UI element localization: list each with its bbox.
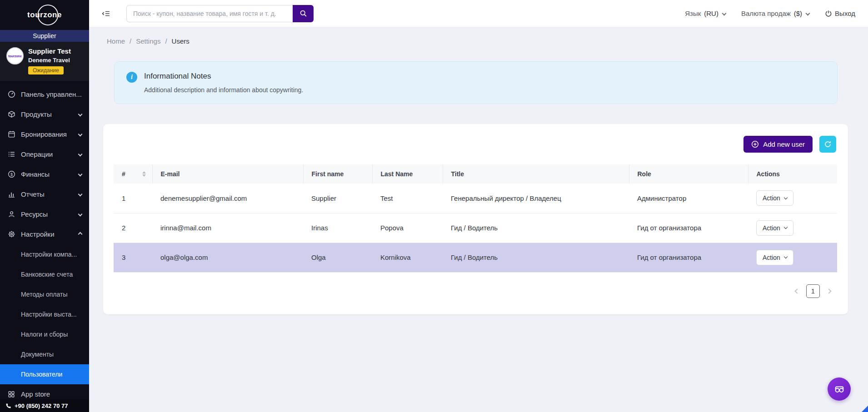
users-card-actions: Add new user [114,136,836,153]
panel-type-label: Supplier [0,30,89,42]
add-user-button[interactable]: Add new user [743,136,813,153]
sidebar-item-users[interactable]: Пользователи [0,364,89,384]
row-action-button[interactable]: Action [756,190,793,206]
page-content: Home / Settings / Users i Informational … [103,27,848,412]
search-icon [299,10,307,17]
chevron-down-icon [806,11,810,16]
status-badge: Ожидание [28,66,64,74]
cell-title: Гид / Водитель [443,213,629,243]
sidebar-collapse-button[interactable] [100,8,112,20]
column-header-email[interactable]: E-mail [152,164,303,184]
search-input[interactable] [126,5,293,22]
currency-value: ($) [794,10,802,17]
chevron-down-icon [78,112,83,117]
row-action-button[interactable]: Action [756,250,793,265]
sidebar-item-payment-methods[interactable]: Методы оплаты [0,284,89,304]
currency-label: Валюта продаж [741,10,791,17]
cell-index: 3 [114,243,152,272]
chevron-down-icon [784,196,788,199]
cell-email: olga@olga.com [152,243,303,272]
column-header-title[interactable]: Title [443,164,629,184]
support-goggles-icon [833,383,845,395]
column-header-role[interactable]: Role [629,164,748,184]
chevron-down-icon [784,225,788,229]
sidebar-item-taxes-fees[interactable]: Налоги и сборы [0,324,89,344]
pagination-next-icon[interactable] [827,289,831,293]
sidebar-item-bank-accounts[interactable]: Банковские счета [0,264,89,284]
cell-title: Генеральный директор / Владелец [443,184,629,213]
chevron-down-icon [78,172,83,177]
breadcrumb-separator: / [130,37,131,45]
column-header-last-name[interactable]: Last Name [372,164,443,184]
breadcrumb: Home / Settings / Users [103,37,848,45]
chevron-down-icon [78,152,83,157]
breadcrumb-home[interactable]: Home [107,37,125,45]
sidebar-item-documents[interactable]: Документы [0,344,89,364]
chevron-down-icon [78,132,83,137]
column-header-first-name[interactable]: First name [303,164,372,184]
cell-email: irinna@mail.com [152,213,303,243]
sidebar-item-bookings[interactable]: Бронирования [0,124,89,144]
cell-index: 2 [114,213,152,243]
reports-icon [7,190,15,199]
info-note-description: Additional description and information a… [144,86,303,94]
chevron-down-icon [784,255,788,258]
currency-selector[interactable]: Валюта продаж ($) [741,10,809,17]
table-row[interactable]: 1 denemesupplier@gmail.com Supplier Test… [114,184,837,213]
users-card: Add new user # [103,124,848,314]
circle-plus-icon [751,140,759,148]
sidebar: tourzone Supplier tourzone Supplier Test… [0,0,89,412]
cell-title: Гид / Водитель [443,243,629,272]
logout-button[interactable]: Выход [825,10,855,17]
sidebar-item-dashboard[interactable]: Панель управлен... [0,84,89,104]
table-header-row: # E-mail First name Last Name Title Role… [114,164,837,184]
breadcrumb-separator: / [165,37,167,45]
sidebar-item-settings[interactable]: Настройки [0,224,89,244]
breadcrumb-settings[interactable]: Settings [136,37,160,45]
sort-icon[interactable] [142,171,146,177]
svg-text:$: $ [10,172,12,177]
chevron-down-icon [78,192,83,197]
cell-last-name: Popova [372,213,443,243]
column-header-index[interactable]: # [114,164,152,184]
sidebar-item-company-settings[interactable]: Настройки компа... [0,244,89,264]
sidebar-item-app-store[interactable]: App store [0,384,89,399]
sidebar-item-reports[interactable]: Отчеты [0,184,89,204]
profile-section[interactable]: tourzone Supplier Test Deneme Travel Ожи… [0,42,89,81]
phone-icon [5,403,11,409]
sidebar-item-finance[interactable]: $ Финансы [0,164,89,184]
cell-last-name: Test [372,184,443,213]
sidebar-item-resources[interactable]: Ресурсы [0,204,89,224]
chevron-down-icon [722,11,726,16]
support-phone[interactable]: +90 (850) 242 70 77 [0,399,89,412]
breadcrumb-users: Users [172,37,190,45]
profile-name: Supplier Test [28,47,71,56]
refresh-button[interactable] [819,136,836,153]
support-widget-button[interactable] [828,377,851,401]
row-action-button[interactable]: Action [756,220,793,236]
operations-icon [7,150,15,159]
main-area: Язык (RU) Валюта продаж ($) Выход Home /… [89,0,868,412]
sidebar-item-invoice-settings[interactable]: Настройки выста... [0,304,89,324]
users-table: # E-mail First name Last Name Title Role… [114,164,837,273]
avatar: tourzone [6,47,24,65]
global-search [126,5,314,22]
products-icon [7,110,15,119]
bookings-icon [7,130,15,139]
pagination-page-1[interactable]: 1 [806,284,820,298]
topbar-right: Язык (RU) Валюта продаж ($) Выход [685,10,855,17]
profile-company: Deneme Travel [28,57,71,64]
language-value: (RU) [704,10,718,17]
sidebar-item-products[interactable]: Продукты [0,104,89,124]
language-label: Язык [685,10,701,17]
table-row[interactable]: 2 irinna@mail.com Irinas Popova Гид / Во… [114,213,837,243]
gear-icon [7,230,15,238]
topbar: Язык (RU) Валюта продаж ($) Выход [89,0,868,27]
brand-logo[interactable]: tourzone [0,0,89,30]
sidebar-item-operations[interactable]: Операции [0,144,89,164]
pagination-prev-icon[interactable] [795,289,799,293]
search-button[interactable] [293,5,314,22]
table-row-selected[interactable]: 3 olga@olga.com Olga Kornikova Гид / Вод… [114,243,837,272]
cell-first-name: Supplier [303,184,372,213]
language-selector[interactable]: Язык (RU) [685,10,726,17]
